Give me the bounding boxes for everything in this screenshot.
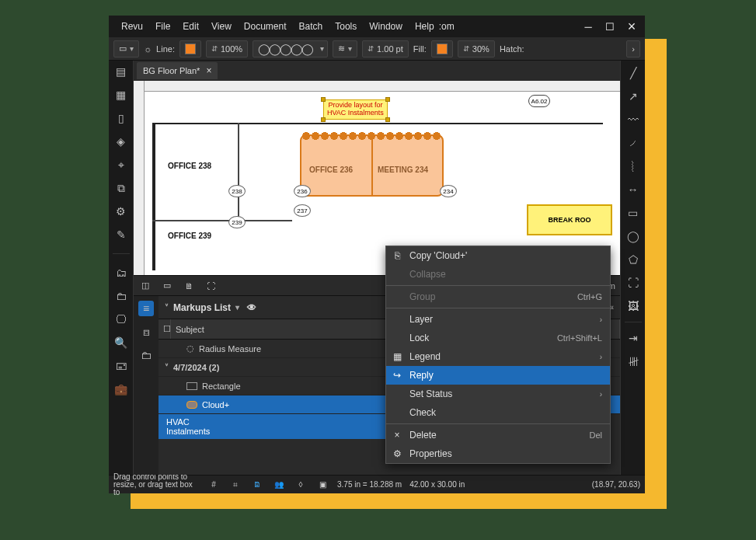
grid-snap-icon[interactable]: # [207,478,221,492]
detail-bubble: A6.02 [528,95,550,107]
room-tag-239: 239 [228,216,246,228]
cm-group: GroupCtrl+G [386,287,610,306]
cm-properties[interactable]: ⚙Properties [386,444,610,463]
toolbar-overflow[interactable]: › [626,40,640,57]
panel-icon[interactable]: ▤ [113,64,129,79]
menu-revu[interactable]: Revu [121,21,143,32]
menu-edit[interactable]: Edit [183,21,199,32]
shape-select[interactable]: ▭ ▾ [113,40,139,57]
breakroom-markup[interactable]: BREAK ROO [527,204,612,235]
cm-collapse: Collapse [386,265,610,284]
hatch-label: Hatch: [500,44,524,54]
eraser-icon[interactable]: ◊ [294,478,308,492]
align-icon[interactable]: ⇥ [625,330,641,346]
properties-toolbar: ▭ ▾ ☼ Line: ⇵ 100% ◯◯◯◯◯ ▾ ≋ ▾ ⇵ 1.00 pt… [109,37,645,61]
tab-close-icon[interactable]: × [206,65,211,76]
app-window: Revu File Edit View Document Batch Tools… [109,16,645,493]
cm-legend[interactable]: ▦Legend› [386,347,610,366]
line-color-picker[interactable] [179,40,201,57]
line-tool-icon[interactable]: ╱ [625,65,641,81]
tab-title: BG Floor Plan* [143,66,200,75]
line-width-stepper[interactable]: ⇵ 1.00 pt [362,40,409,57]
folder-icon[interactable]: 🗀 [138,347,154,363]
context-menu: ⎘Copy 'Cloud+' Collapse GroupCtrl+G Laye… [385,246,611,464]
gear-icon[interactable]: ⚙ [113,204,129,219]
polygon-tool-icon[interactable]: ⬠ [625,252,641,267]
rectangle-tool-icon[interactable]: ▭ [625,205,641,221]
split-icon[interactable]: ◫ [138,279,152,293]
fill-opacity-stepper[interactable]: ⇵ 30% [458,40,495,57]
sync-icon[interactable]: 🗎 [250,478,264,492]
menu-tools[interactable]: Tools [335,21,357,32]
doc-icon[interactable]: ▯ [113,110,129,126]
chevron-down-icon[interactable]: ˅ [165,303,169,312]
markups-title: Markups List [173,302,231,313]
close-button[interactable]: × [623,18,640,35]
statusbar: Drag control points to resize, or drag t… [109,475,645,493]
room-tag-237: 237 [294,204,311,217]
menubar: Revu File Edit View Document Batch Tools… [109,16,645,37]
line-end-select[interactable]: ≋ ▾ [333,40,357,57]
office238-label: OFFICE 238 [168,162,211,170]
crop-icon[interactable]: ⛶ [204,279,218,293]
sheet-icon[interactable]: ⧉ [113,180,129,196]
minimize-button[interactable]: ─ [580,18,597,35]
places-icon[interactable]: ⌖ [113,157,129,172]
signature-icon[interactable]: ✎ [113,227,129,242]
tabbar: BG Floor Plan* × [134,61,620,81]
document-tab[interactable]: BG Floor Plan* × [137,62,218,79]
snap-icon[interactable]: ⌗ [228,478,242,492]
menu-document[interactable]: Document [244,21,287,32]
right-rail: ╱ ↗ 〰 ⟋ ⦚ ↔ ▭ ◯ ⬠ ⛶ 🖼 ⇥ 𝍸 [620,61,645,475]
maximize-button[interactable]: ☐ [601,18,618,35]
menu-batch[interactable]: Batch [299,21,323,32]
cm-layer[interactable]: Layer› [386,310,610,329]
cm-set-status[interactable]: Set Status› [386,385,610,403]
grid-icon[interactable]: ▦ [113,87,129,103]
line-label: Line: [156,44,175,54]
line-style-select[interactable]: ◯◯◯◯◯ ▾ [253,40,328,57]
status-hint: Drag control points to resize, or drag t… [113,473,199,496]
briefcase-icon[interactable]: 💼 [113,381,129,397]
arrow-tool-icon[interactable]: ↗ [625,89,641,104]
screen-icon[interactable]: 🖵 [113,312,129,327]
cm-reply[interactable]: ↪Reply [386,366,610,385]
cm-copy[interactable]: ⎘Copy 'Cloud+' [386,246,610,265]
3d-icon[interactable]: 🗀 [113,288,129,304]
cm-delete[interactable]: ×DeleteDel [386,426,610,444]
thumb-icon[interactable]: 🗂 [113,265,129,280]
fill-color-picker[interactable] [431,40,453,57]
stamp-icon[interactable]: 🖃 [113,358,129,374]
callout-markup[interactable]: Provide layout forHVAC Instalments [323,99,388,120]
cm-lock[interactable]: LockCtrl+Shift+L [386,329,610,347]
split2-icon[interactable]: ▭ [160,279,174,293]
menu-view[interactable]: View [211,21,232,32]
cloud-icon[interactable]: 👥 [272,478,286,492]
status-dims: 42.00 x 30.00 in [409,480,465,489]
ellipse-tool-icon[interactable]: ◯ [625,228,641,244]
pen-tool-icon[interactable]: 〰 [625,112,641,127]
dimension-icon[interactable]: ↔ [625,182,641,197]
search-icon[interactable]: 🔍 [113,335,129,350]
cm-check[interactable]: Check [386,403,610,422]
polyline-icon[interactable]: ⟋ [625,135,641,151]
tally-icon[interactable]: 𝍸 [625,354,641,369]
zoom-stepper[interactable]: ⇵ 100% [206,40,248,57]
zigzag-icon[interactable]: ⦚ [625,159,641,174]
visibility-icon[interactable]: 👁 [247,302,256,313]
crop-tool-icon[interactable]: ⛶ [625,275,641,291]
menu-file[interactable]: File [155,21,170,32]
page-icon[interactable]: 🗎 [182,279,196,293]
menu-window[interactable]: Window [369,21,402,32]
layers-icon[interactable]: ◈ [113,134,129,149]
image-tool-icon[interactable]: 🖼 [625,298,641,314]
status-scale: 3.75 in = 18.288 m [337,480,402,489]
cube-icon[interactable]: ⧈ [138,324,154,340]
stamp2-icon[interactable]: ▣ [315,478,329,492]
sun-icon: ☼ [144,44,152,54]
room-tag-234: 234 [440,185,457,197]
menu-help[interactable]: Help [415,21,434,32]
ruler-horizontal [134,81,620,92]
list-icon[interactable]: ≡ [138,301,154,316]
office239-label: OFFICE 239 [168,232,211,240]
